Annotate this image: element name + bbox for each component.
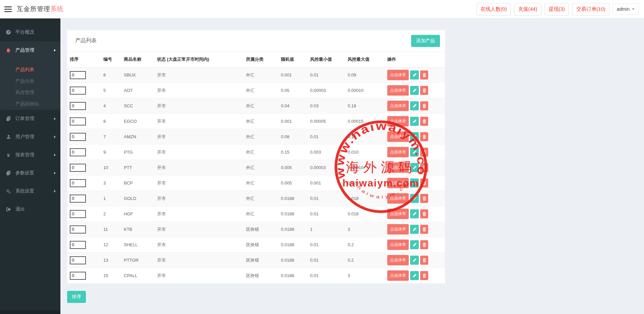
close-market-button[interactable]: 点击休市 [387,147,409,157]
edit-button[interactable] [410,225,419,234]
sidebar-item-platform-overview[interactable]: 平台概况 [0,23,60,41]
col-category: 所属分类 [243,52,278,67]
delete-button[interactable] [420,240,428,249]
delete-button[interactable] [420,163,428,172]
delete-button[interactable] [420,86,428,95]
close-market-button[interactable]: 点击休市 [387,101,409,111]
pencil-icon [412,196,417,201]
cell-risk-min: 0.01 [307,191,345,206]
sort-order-input[interactable] [70,195,86,203]
table-row: 5AOT开市外汇0.050.000030.00010点击休市 [67,83,445,98]
sidebar-item-system-settings[interactable]: 系统设置 [0,182,60,200]
cell-status: 开市 [154,98,243,114]
delete-button[interactable] [420,70,428,80]
edit-button[interactable] [410,240,419,249]
sidebar-item-risk-management[interactable]: 风控管理 [0,87,60,98]
sidebar-item-logout[interactable]: 退出 [0,200,60,218]
withdraw-button[interactable]: 提现(3) [545,3,569,15]
close-market-button[interactable]: 点击休市 [387,132,409,142]
product-table: 排序 编号 商品名称 状态 (大盘正常开市时间内) 所属分类 随机值 风控最小值… [67,52,445,283]
pencil-icon [412,88,417,93]
edit-button[interactable] [410,163,419,172]
sort-order-input[interactable] [70,164,86,172]
delete-button[interactable] [420,256,428,265]
sidebar-item-product-recycle-bin[interactable]: 产品回收站 [0,98,60,110]
delete-button[interactable] [420,178,428,188]
sort-order-input[interactable] [70,179,86,187]
edit-button[interactable] [410,148,419,157]
close-market-button[interactable]: 点击休市 [387,162,409,173]
pencil-icon [412,104,417,108]
sort-order-input[interactable] [70,102,86,110]
close-market-button[interactable]: 点击休市 [387,224,409,234]
delete-button[interactable] [420,271,428,280]
edit-button[interactable] [410,178,419,188]
delete-button[interactable] [420,209,428,218]
edit-button[interactable] [410,117,419,126]
cell-random-value: 0.0188 [278,206,307,222]
edit-button[interactable] [410,101,419,110]
cell-product-name: BCP [121,175,154,191]
edit-button[interactable] [410,271,419,280]
delete-button[interactable] [420,225,428,234]
sort-order-input[interactable] [70,117,86,125]
online-users-button[interactable]: 在线人数(0) [477,3,511,15]
cell-random-value: 0.001 [278,67,307,83]
close-market-button[interactable]: 点击休市 [387,270,409,281]
cell-id: 1 [101,191,121,206]
delete-button[interactable] [420,117,428,126]
delete-button[interactable] [420,194,428,203]
sort-order-input[interactable] [70,133,86,141]
sort-order-input[interactable] [70,225,86,233]
cell-status: 开市 [154,83,243,98]
cell-id: 8 [101,114,121,129]
sidebar-item-product-list[interactable]: 产品列表 [0,64,60,75]
sort-order-input[interactable] [70,210,86,218]
cell-risk-min: 1 [307,222,345,237]
sort-order-input[interactable] [70,256,86,264]
edit-button[interactable] [410,132,419,141]
sidebar-item-report-management[interactable]: ¥ 报表管理 [0,146,60,164]
sort-order-input[interactable] [70,87,86,95]
cell-sort [67,114,101,129]
edit-button[interactable] [410,86,419,95]
edit-button[interactable] [410,194,419,203]
edit-button[interactable] [410,209,419,218]
sidebar-item-product-management[interactable]: ฿ 产品管理 [0,41,60,59]
sort-submit-button[interactable]: 排序 [67,291,86,303]
close-market-button[interactable]: 点击休市 [387,70,409,80]
table-row: 2HGF开市外汇0.01880.010.018点击休市 [67,206,445,222]
cell-id: 13 [101,253,121,268]
sidebar-item-parameter-settings[interactable]: 参数设置 [0,164,60,182]
delete-button[interactable] [420,101,428,110]
hamburger-menu-icon[interactable] [4,5,12,13]
delete-button[interactable] [420,132,428,141]
topbar-right-group: 在线人数(0) 充值(44) 提现(3) 交易订单(10) admin [477,3,644,15]
recharge-button[interactable]: 充值(44) [514,3,541,15]
trade-orders-button[interactable]: 交易订单(10) [572,3,609,15]
edit-button[interactable] [410,256,419,265]
sort-order-input[interactable] [70,71,86,79]
cell-sort [67,83,101,98]
sort-order-input[interactable] [70,148,86,156]
sidebar-item-product-category[interactable]: 产品分类 [0,75,60,87]
close-market-button[interactable]: 点击休市 [387,240,409,250]
sidebar-item-user-management[interactable]: 用户管理 [0,128,60,146]
sidebar-item-order-management[interactable]: 订单管理 [0,110,60,128]
table-row: 3BCP开市外汇0.0050.0010.020点击休市 [67,175,445,191]
close-market-button[interactable]: 点击休市 [387,255,409,265]
cell-status: 开市 [154,206,243,222]
sort-order-input[interactable] [70,241,86,249]
close-market-button[interactable]: 点击休市 [387,193,409,204]
close-market-button[interactable]: 点击休市 [387,178,409,188]
delete-button[interactable] [420,148,428,157]
col-random: 随机值 [278,52,307,67]
edit-button[interactable] [410,70,419,80]
close-market-button[interactable]: 点击休市 [387,85,409,96]
add-product-button[interactable]: 添加产品 [411,35,440,47]
close-market-button[interactable]: 点击休市 [387,209,409,219]
close-market-button[interactable]: 点击休市 [387,116,409,126]
cell-sort [67,206,101,222]
admin-dropdown[interactable]: admin [613,3,639,15]
sort-order-input[interactable] [70,272,86,280]
